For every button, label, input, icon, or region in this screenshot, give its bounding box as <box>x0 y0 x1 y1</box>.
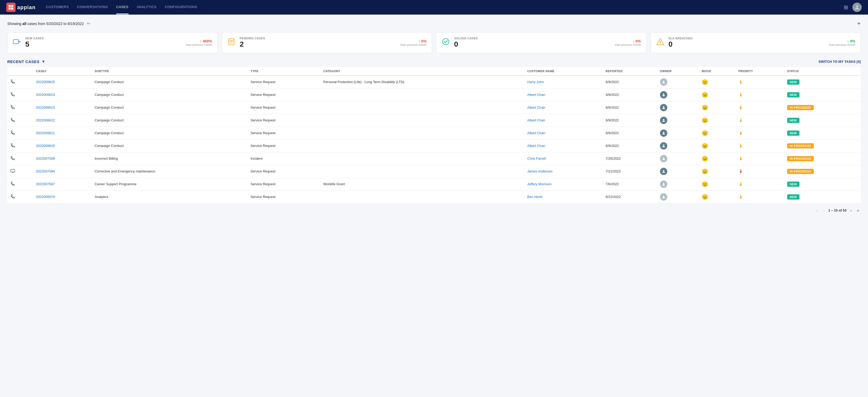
sla-breached-icon <box>656 37 664 48</box>
owner-avatar <box>657 114 699 127</box>
mood-icon: 😐 <box>699 165 735 178</box>
case-category <box>320 114 524 127</box>
sla-breached-pct: ↓ 0% <box>829 39 855 43</box>
case-number[interactable]: 2022008624 <box>33 88 92 101</box>
pagination-prev[interactable]: ‹ <box>822 208 826 213</box>
logo-text: appian <box>17 4 35 10</box>
sla-breached-sub: than previous month <box>829 43 855 46</box>
showing-prefix: Showing <box>7 22 23 26</box>
solved-cases-label: SOLVED CASES <box>454 37 611 40</box>
status-badge: NEW <box>784 178 861 191</box>
sla-breached-label: SLA BREACHED <box>669 37 825 40</box>
nav-conversations[interactable]: CONVERSATIONS <box>77 0 108 14</box>
svg-point-13 <box>663 144 664 145</box>
pagination-last[interactable]: » <box>855 208 861 213</box>
customer-name[interactable]: Albert Chan <box>524 88 603 101</box>
priority-icon: 🌡 <box>735 152 784 165</box>
navbar-right: ⊞ <box>844 3 862 12</box>
app-logo[interactable]: appian <box>6 3 35 12</box>
status-badge: IN PROGRESS <box>784 139 861 152</box>
owner-avatar <box>657 88 699 101</box>
case-category <box>320 101 524 114</box>
stat-card-solved-cases: SOLVED CASES 0 ↓ 0% than previous month <box>436 32 646 53</box>
svg-rect-3 <box>11 7 13 10</box>
case-number[interactable]: 2022008622 <box>33 114 92 127</box>
case-number[interactable]: 2022006579 <box>33 191 92 203</box>
user-avatar[interactable] <box>852 3 862 12</box>
mood-icon: 😐 <box>699 114 735 127</box>
mood-icon: 😐 <box>699 75 735 89</box>
reported-date: 8/9/2022 <box>602 127 657 139</box>
owner-avatar <box>657 178 699 191</box>
status-badge: NEW <box>784 114 861 127</box>
case-number[interactable]: 2022008621 <box>33 127 92 139</box>
case-number[interactable]: 2022008620 <box>33 139 92 152</box>
status-badge: NEW <box>784 88 861 101</box>
table-row: 2022008623Campaign ConductService Reques… <box>7 101 861 114</box>
svg-point-8 <box>663 80 664 82</box>
add-case-button[interactable]: + <box>857 20 861 27</box>
case-subtype: Campaign Conduct <box>92 127 247 139</box>
row-type-icon <box>7 178 33 191</box>
row-type-icon <box>7 101 33 114</box>
section-title: RECENT CASES ▼ <box>7 59 45 64</box>
reported-date: 7/21/2022 <box>602 165 657 178</box>
grid-icon[interactable]: ⊞ <box>844 4 848 10</box>
customer-name[interactable]: Harry John <box>524 75 603 89</box>
priority-icon: 🌡 <box>735 127 784 139</box>
case-category: Personal Protection (Life) - Long Term D… <box>320 75 524 89</box>
customer-name[interactable]: Jeffery Morrison <box>524 178 603 191</box>
sla-breached-info: SLA BREACHED 0 <box>669 37 825 49</box>
reported-date: 7/26/2022 <box>602 152 657 165</box>
nav-cases[interactable]: CASES <box>116 0 128 14</box>
switch-to-my-tasks[interactable]: SWITCH TO MY TASKS [0] <box>818 60 861 64</box>
case-number[interactable]: 2022007599 <box>33 152 92 165</box>
table-row: 2022008621Campaign ConductService Reques… <box>7 127 861 139</box>
nav-configurations[interactable]: CONFIGURATIONS <box>165 0 197 14</box>
case-number[interactable]: 2022008625 <box>33 75 92 89</box>
reported-date: 8/9/2022 <box>602 139 657 152</box>
customer-name[interactable]: Albert Chan <box>524 127 603 139</box>
sla-breached-change: ↓ 0% than previous month <box>829 39 855 46</box>
case-number[interactable]: 2022007587 <box>33 178 92 191</box>
solved-cases-pct: ↓ 0% <box>615 39 641 43</box>
showing-bar: Showing all cases from 5/20/2022 to 8/19… <box>7 20 861 27</box>
customer-name[interactable]: Albert Chan <box>524 101 603 114</box>
mood-icon: 😐 <box>699 178 735 191</box>
customer-name[interactable]: Chris Farrell <box>524 152 603 165</box>
pending-cases-value: 2 <box>240 40 397 49</box>
new-cases-pct: ↑ 400% <box>186 39 212 43</box>
col-priority: PRIORITY <box>735 67 784 75</box>
case-subtype: Incorrect Billing <box>92 152 247 165</box>
priority-icon: 🌡 <box>735 165 784 178</box>
edit-date-icon[interactable]: ✏ <box>87 21 90 26</box>
col-subtype: SUBTYPE <box>92 67 247 75</box>
status-badge: NEW <box>784 75 861 89</box>
case-number[interactable]: 2022008623 <box>33 101 92 114</box>
reported-date: 7/6/2022 <box>602 178 657 191</box>
pagination-first[interactable]: « <box>814 208 819 213</box>
table-row: 2022008625Campaign ConductService Reques… <box>7 75 861 89</box>
navbar: appian CUSTOMERS CONVERSATIONS CASES ANA… <box>0 0 868 14</box>
pending-cases-change: ↑ 0% than previous month <box>400 39 427 46</box>
customer-name[interactable]: Ben Herid <box>524 191 603 203</box>
col-customer-name: CUSTOMER NAME <box>524 67 603 75</box>
new-cases-value: 5 <box>25 40 182 49</box>
filter-icon[interactable]: ▼ <box>42 59 45 64</box>
nav-customers[interactable]: CUSTOMERS <box>46 0 68 14</box>
nav-analytics[interactable]: ANALYTICS <box>137 0 157 14</box>
case-type: Service Request <box>247 75 320 89</box>
svg-point-18 <box>663 195 664 197</box>
row-type-icon <box>7 127 33 139</box>
pagination-next[interactable]: › <box>849 208 853 213</box>
case-number[interactable]: 2022007594 <box>33 165 92 178</box>
row-type-icon <box>7 152 33 165</box>
customer-name[interactable]: James Anderson <box>524 165 603 178</box>
customer-name[interactable]: Albert Chan <box>524 114 603 127</box>
mood-icon: 😐 <box>699 101 735 114</box>
case-type: Incident <box>247 152 320 165</box>
priority-icon: 🌡 <box>735 191 784 203</box>
customer-name[interactable]: Albert Chan <box>524 139 603 152</box>
row-type-icon <box>7 114 33 127</box>
stat-card-pending-cases: PENDING CASES 2 ↑ 0% than previous month <box>222 32 432 53</box>
